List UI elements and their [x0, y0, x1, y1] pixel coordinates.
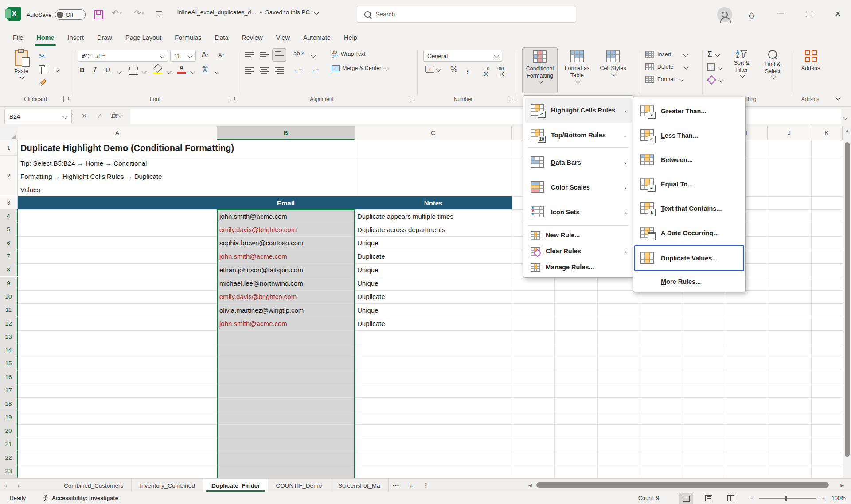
zoom-slider-knob[interactable]	[785, 496, 787, 501]
column-header-b[interactable]: B	[217, 126, 355, 140]
format-painter-button[interactable]	[38, 78, 47, 88]
note-cell[interactable]: Duplicate	[357, 290, 510, 303]
sheet-tab-combined_customers[interactable]: Combined_Customers	[56, 479, 132, 492]
find-select-button[interactable]: Find & Select	[759, 50, 786, 78]
sheet-tab-inventory_combined[interactable]: Inventory_Combined	[132, 479, 203, 492]
underline-button[interactable]: U	[105, 66, 110, 74]
vertical-scroll-thumb[interactable]	[845, 142, 850, 457]
tab-view[interactable]: View	[269, 28, 297, 47]
number-dialog-launcher[interactable]	[509, 96, 515, 102]
conditional-formatting-button[interactable]: Conditional Formatting	[522, 47, 558, 93]
row-header-7[interactable]: 7	[0, 250, 18, 263]
tab-automate[interactable]: Automate	[297, 28, 337, 47]
clipboard-dialog-launcher[interactable]	[63, 96, 70, 102]
sheet-tab-countif_demo[interactable]: COUNTIF_Demo	[268, 479, 330, 492]
note-cell[interactable]: Unique	[357, 236, 510, 250]
accessibility-status[interactable]: Accessibility: Investigate	[43, 492, 118, 504]
note-cell[interactable]: Unique	[357, 263, 510, 276]
tab-home[interactable]: Home	[30, 28, 61, 47]
saved-status[interactable]: Saved to this PC	[265, 9, 310, 16]
email-cell[interactable]: emily.davis@brightco.com	[219, 223, 352, 236]
submenu-item-more-rules[interactable]: More Rules...	[635, 274, 743, 290]
increase-indent-button[interactable]: →≡	[310, 67, 319, 73]
addins-button[interactable]: Add-ins	[796, 50, 825, 72]
row-header-13[interactable]: 13	[0, 330, 18, 344]
row-header-16[interactable]: 16	[0, 371, 18, 384]
cell-styles-button[interactable]: Cell Styles	[597, 50, 628, 75]
email-cell[interactable]: michael.lee@northwind.com	[219, 277, 352, 290]
chevron-down-icon[interactable]	[311, 53, 316, 58]
menu-item-color-scales[interactable]: Color Scales›	[525, 175, 632, 200]
format-as-table-button[interactable]: Format as Table	[560, 50, 594, 82]
decrease-font-button[interactable]: A˅	[218, 52, 224, 58]
scroll-up-icon[interactable]: ▲	[843, 128, 851, 133]
increase-font-button[interactable]: A˄	[202, 51, 208, 59]
note-cell[interactable]: Duplicate appears multiple times	[357, 209, 510, 223]
minimize-button[interactable]: —	[777, 9, 784, 17]
account-avatar[interactable]	[717, 7, 732, 22]
redo-button[interactable]: ↷▾	[134, 8, 144, 18]
decrease-decimal-button[interactable]: .00→0	[497, 66, 504, 77]
note-cell[interactable]: Unique	[357, 277, 510, 290]
sheet-options-button[interactable]: ⋮	[419, 479, 434, 492]
email-cell[interactable]: ethan.johnson@tailspin.com	[219, 263, 352, 276]
tab-page-layout[interactable]: Page Layout	[119, 28, 168, 47]
zoom-slider[interactable]	[759, 492, 816, 504]
row-header-20[interactable]: 20	[0, 424, 18, 438]
menu-item-highlight-cells-rules[interactable]: ≤Highlight Cells Rules›	[525, 98, 632, 123]
insert-function-button[interactable]: fx	[111, 112, 122, 120]
scroll-right-icon[interactable]: ▶	[840, 483, 844, 488]
more-sheets-button[interactable]: •••	[389, 479, 404, 492]
note-cell[interactable]: Duplicate	[357, 317, 510, 330]
column-header-k[interactable]: K	[811, 126, 843, 140]
horizontal-scrollbar[interactable]: ◀ ▶	[528, 481, 844, 489]
email-cell[interactable]: john.smith@acme.com	[219, 317, 352, 330]
tab-file[interactable]: File	[6, 28, 30, 47]
autosum-button[interactable]: Σ	[707, 50, 719, 59]
zoom-level[interactable]: 100%	[831, 492, 846, 504]
row-header-22[interactable]: 22	[0, 451, 18, 464]
chevron-down-icon[interactable]	[166, 69, 171, 74]
count-status[interactable]: Count: 9	[638, 492, 659, 504]
menu-item-manage-rules[interactable]: Manage Rules...	[525, 259, 632, 275]
column-header-a[interactable]: A	[18, 126, 217, 140]
paste-button[interactable]: Paste	[10, 50, 33, 78]
row-header-21[interactable]: 21	[0, 438, 18, 451]
fill-color-button[interactable]	[153, 65, 162, 74]
menu-item-new-rule[interactable]: New Rule...	[525, 227, 632, 243]
row-header-9[interactable]: 9	[0, 277, 18, 290]
namebox-drag-handle[interactable]: ⋮	[69, 110, 75, 117]
bold-button[interactable]: B	[80, 66, 85, 74]
submenu-item-between[interactable]: Between...	[635, 147, 743, 172]
page-break-view-button[interactable]	[724, 493, 738, 504]
row-header-23[interactable]: 23	[0, 465, 18, 478]
formula-bar-expand[interactable]	[842, 114, 847, 122]
chevron-down-icon[interactable]	[141, 69, 146, 74]
align-right-button[interactable]	[275, 66, 284, 75]
note-cell[interactable]: Duplicate across departments	[357, 223, 510, 236]
zoom-out-button[interactable]: −	[749, 492, 753, 504]
row-header-2[interactable]: 2	[0, 156, 18, 196]
submenu-item-less-than[interactable]: <Less Than...	[635, 123, 743, 147]
row-header-19[interactable]: 19	[0, 411, 18, 424]
menu-item-clear-rules[interactable]: Clear Rules›	[525, 243, 632, 259]
save-button[interactable]	[94, 10, 103, 19]
email-cell[interactable]: john.smith@acme.com	[219, 250, 352, 263]
row-header-5[interactable]: 5	[0, 223, 18, 236]
font-size-select[interactable]: 11	[170, 50, 196, 62]
align-bottom-button[interactable]	[272, 48, 286, 62]
font-color-button[interactable]: A	[177, 65, 186, 74]
normal-view-button[interactable]	[679, 493, 693, 504]
column-header-c[interactable]: C	[355, 126, 512, 140]
accounting-format-button[interactable]: ¢	[426, 66, 440, 73]
tab-insert[interactable]: Insert	[61, 28, 90, 47]
row-header-1[interactable]: 1	[0, 140, 18, 156]
menu-item-icon-sets[interactable]: Icon Sets›	[525, 200, 632, 225]
phonetic-button[interactable]: abcA	[202, 65, 208, 72]
email-cell[interactable]: emily.davis@brightco.com	[219, 290, 352, 303]
tab-review[interactable]: Review	[235, 28, 269, 47]
excel-app-icon[interactable]: X	[7, 7, 21, 21]
row-header-14[interactable]: 14	[0, 344, 18, 357]
number-format-select[interactable]: General	[423, 50, 502, 62]
orientation-button[interactable]: ab↗	[293, 50, 304, 57]
